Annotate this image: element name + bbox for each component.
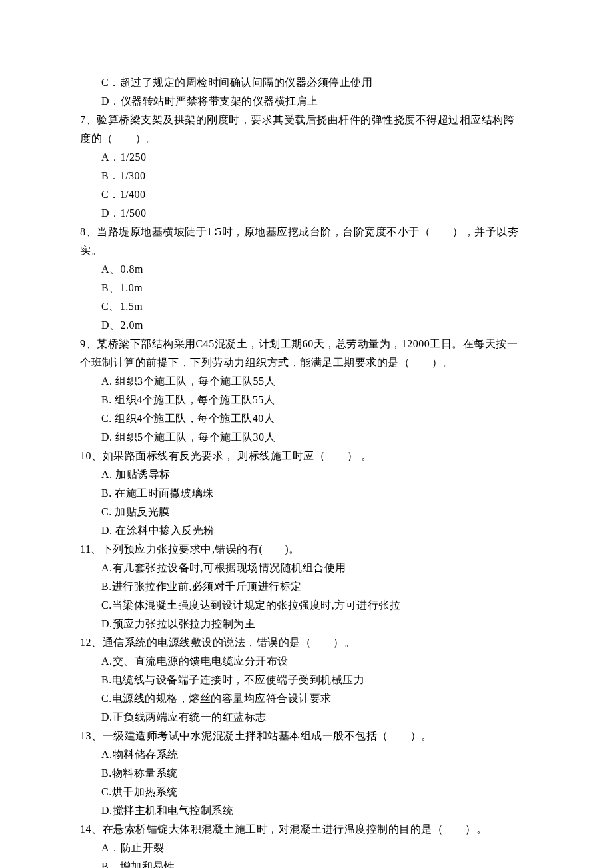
q7-option-b: B．1/300 [80, 167, 533, 185]
q7-option-d: D．1/500 [80, 204, 533, 223]
q11-option-b: B.进行张拉作业前,必须对千斤顶进行标定 [80, 577, 533, 596]
q8-option-c: C、1.5m [80, 297, 533, 316]
q10-option-c: C. 加贴反光膜 [80, 503, 533, 521]
document-page: C．超过了规定的周检时间确认问隔的仪器必须停止使用 D．仪器转站时严禁将带支架的… [0, 0, 613, 868]
q12-option-a: A.交、直流电源的馈电电缆应分开布设 [80, 652, 533, 671]
q9-option-b: B. 组织4个施工队，每个施工队55人 [80, 391, 533, 409]
q12-option-c: C.电源线的规格，熔丝的容量均应符合设计要求 [80, 689, 533, 708]
q12-option-b: B.电缆线与设备端子连接时，不应使端子受到机械压力 [80, 671, 533, 689]
q13-option-d: D.搅拌主机和电气控制系统 [80, 801, 533, 820]
q7-stem-line1: 7、验算桥梁支架及拱架的刚度时，要求其受载后挠曲杆件的弹性挠度不得超过相应结构跨 [80, 111, 533, 129]
q14-stem: 14、在悬索桥锚锭大体积混凝土施工时，对混凝土进行温度控制的目的是（ ）。 [80, 820, 533, 839]
q9-option-d: D. 组织5个施工队，每个施工队30人 [80, 428, 533, 447]
q11-option-a: A.有几套张拉设备时,可根据现场情况随机组合使用 [80, 559, 533, 577]
q11-option-d: D.预应力张拉以张拉力控制为主 [80, 615, 533, 633]
q7-stem-line2: 度的（ ）。 [80, 129, 533, 148]
q13-option-b: B.物料称量系统 [80, 764, 533, 783]
q7-option-a: A．1/250 [80, 148, 533, 167]
q10-option-a: A. 加贴诱导标 [80, 465, 533, 484]
q12-stem: 12、通信系统的电源线敷设的说法，错误的是（ ）。 [80, 633, 533, 652]
q13-option-c: C.烘干加热系统 [80, 783, 533, 801]
q11-option-c: C.当梁体混凝土强度达到设计规定的张拉强度时,方可进行张拉 [80, 596, 533, 615]
q8-option-b: B、1.0m [80, 279, 533, 297]
q13-option-a: A.物料储存系统 [80, 745, 533, 764]
q7-option-c: C．1/400 [80, 185, 533, 204]
q9-stem-line2: 个班制计算的前提下，下列劳动力组织方式，能满足工期要求的是（ ）。 [80, 353, 533, 372]
q9-stem-line1: 9、某桥梁下部结构采用C45混凝土，计划工期60天，总劳动量为，12000工日。… [80, 335, 533, 353]
q10-option-b: B. 在施工时面撒玻璃珠 [80, 484, 533, 503]
q14-option-a: A．防止开裂 [80, 839, 533, 857]
q14-option-b: B．增加和易性 [80, 857, 533, 868]
q12-option-d: D.正负线两端应有统一的红蓝标志 [80, 708, 533, 727]
q9-option-c: C. 组织4个施工队，每个施工队40人 [80, 409, 533, 428]
q11-stem: 11、下列预应力张拉要求中,错误的有( )。 [80, 540, 533, 559]
q8-option-d: D、2.0m [80, 316, 533, 335]
q8-stem-line1: 8、当路堤原地基横坡陡于1∶5时，原地基应挖成台阶，台阶宽度不小于（ ），并予以… [80, 223, 533, 241]
q8-stem-line2: 实。 [80, 241, 533, 260]
prev-option-d: D．仪器转站时严禁将带支架的仪器横扛肩上 [80, 92, 533, 111]
prev-option-c: C．超过了规定的周检时间确认问隔的仪器必须停止使用 [80, 73, 533, 92]
q13-stem: 13、一级建造师考试中水泥混凝土拌和站基本组成一般不包括（ ）。 [80, 727, 533, 745]
q8-option-a: A、0.8m [80, 260, 533, 279]
q10-stem: 10、如果路面标线有反光要求， 则标线施工时应（ ） 。 [80, 447, 533, 465]
q10-option-d: D. 在涂料中掺入反光粉 [80, 521, 533, 540]
q9-option-a: A. 组织3个施工队，每个施工队55人 [80, 372, 533, 391]
